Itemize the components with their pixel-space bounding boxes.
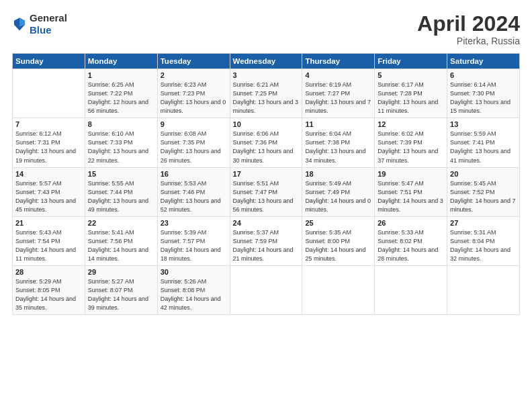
day-cell: 18Sunrise: 5:49 AM Sunset: 7:49 PM Dayli… (302, 167, 375, 216)
day-cell (230, 265, 302, 314)
day-number: 27 (450, 219, 517, 227)
day-info: Sunrise: 6:08 AM Sunset: 7:35 PM Dayligh… (161, 130, 227, 165)
day-cell: 9Sunrise: 6:08 AM Sunset: 7:35 PM Daylig… (157, 118, 230, 167)
day-info: Sunrise: 5:47 AM Sunset: 7:51 PM Dayligh… (378, 179, 444, 214)
day-number: 12 (378, 120, 444, 128)
day-cell: 2Sunrise: 6:23 AM Sunset: 7:23 PM Daylig… (157, 69, 230, 118)
day-cell: 28Sunrise: 5:29 AM Sunset: 8:05 PM Dayli… (13, 265, 85, 314)
day-cell: 1Sunrise: 6:25 AM Sunset: 7:22 PM Daylig… (85, 69, 157, 118)
day-cell: 24Sunrise: 5:37 AM Sunset: 7:59 PM Dayli… (230, 216, 302, 265)
day-cell: 30Sunrise: 5:26 AM Sunset: 8:08 PM Dayli… (157, 265, 230, 314)
day-info: Sunrise: 6:14 AM Sunset: 7:30 PM Dayligh… (450, 81, 517, 116)
day-number: 13 (450, 120, 517, 128)
week-row-5: 28Sunrise: 5:29 AM Sunset: 8:05 PM Dayli… (13, 265, 520, 314)
col-tuesday: Tuesday (157, 54, 230, 69)
day-cell: 19Sunrise: 5:47 AM Sunset: 7:51 PM Dayli… (375, 167, 447, 216)
day-info: Sunrise: 5:55 AM Sunset: 7:44 PM Dayligh… (88, 179, 154, 214)
day-cell: 11Sunrise: 6:04 AM Sunset: 7:38 PM Dayli… (302, 118, 375, 167)
day-cell: 10Sunrise: 6:06 AM Sunset: 7:36 PM Dayli… (230, 118, 302, 167)
week-row-3: 14Sunrise: 5:57 AM Sunset: 7:43 PM Dayli… (13, 167, 520, 216)
logo-icon (12, 17, 27, 32)
day-number: 19 (378, 170, 444, 178)
day-cell: 27Sunrise: 5:31 AM Sunset: 8:04 PM Dayli… (447, 216, 520, 265)
day-number: 3 (233, 71, 300, 79)
day-cell: 17Sunrise: 5:51 AM Sunset: 7:47 PM Dayli… (230, 167, 302, 216)
day-number: 1 (88, 71, 154, 79)
day-info: Sunrise: 5:37 AM Sunset: 7:59 PM Dayligh… (233, 228, 300, 263)
day-cell: 13Sunrise: 5:59 AM Sunset: 7:41 PM Dayli… (447, 118, 520, 167)
logo-blue: Blue (30, 24, 52, 36)
day-number: 10 (233, 120, 300, 128)
day-number: 7 (15, 120, 82, 128)
day-number: 26 (378, 219, 444, 227)
logo-text: General Blue (30, 12, 67, 36)
day-info: Sunrise: 6:02 AM Sunset: 7:39 PM Dayligh… (378, 130, 444, 165)
day-info: Sunrise: 6:17 AM Sunset: 7:28 PM Dayligh… (378, 81, 444, 116)
day-cell: 23Sunrise: 5:39 AM Sunset: 7:57 PM Dayli… (157, 216, 230, 265)
logo-general: General (30, 12, 67, 24)
day-number: 9 (161, 120, 227, 128)
day-info: Sunrise: 5:39 AM Sunset: 7:57 PM Dayligh… (161, 228, 227, 263)
day-info: Sunrise: 5:31 AM Sunset: 8:04 PM Dayligh… (450, 228, 517, 263)
day-cell: 7Sunrise: 6:12 AM Sunset: 7:31 PM Daylig… (13, 118, 85, 167)
day-cell: 6Sunrise: 6:14 AM Sunset: 7:30 PM Daylig… (447, 69, 520, 118)
day-info: Sunrise: 6:21 AM Sunset: 7:25 PM Dayligh… (233, 81, 300, 116)
calendar-table: Sunday Monday Tuesday Wednesday Thursday… (12, 53, 520, 315)
day-info: Sunrise: 5:57 AM Sunset: 7:43 PM Dayligh… (15, 179, 82, 214)
day-cell: 29Sunrise: 5:27 AM Sunset: 8:07 PM Dayli… (85, 265, 157, 314)
title-location: Piterka, Russia (417, 36, 520, 46)
day-cell: 8Sunrise: 6:10 AM Sunset: 7:33 PM Daylig… (85, 118, 157, 167)
day-info: Sunrise: 6:25 AM Sunset: 7:22 PM Dayligh… (88, 81, 154, 116)
day-number: 4 (305, 71, 371, 79)
day-info: Sunrise: 5:49 AM Sunset: 7:49 PM Dayligh… (305, 179, 371, 214)
day-cell (375, 265, 447, 314)
col-saturday: Saturday (447, 54, 520, 69)
day-info: Sunrise: 5:43 AM Sunset: 7:54 PM Dayligh… (15, 228, 82, 263)
day-number: 28 (15, 268, 82, 276)
week-row-2: 7Sunrise: 6:12 AM Sunset: 7:31 PM Daylig… (13, 118, 520, 167)
day-number: 5 (378, 71, 444, 79)
day-cell: 25Sunrise: 5:35 AM Sunset: 8:00 PM Dayli… (302, 216, 375, 265)
day-cell: 15Sunrise: 5:55 AM Sunset: 7:44 PM Dayli… (85, 167, 157, 216)
day-info: Sunrise: 5:45 AM Sunset: 7:52 PM Dayligh… (450, 179, 517, 214)
day-cell: 20Sunrise: 5:45 AM Sunset: 7:52 PM Dayli… (447, 167, 520, 216)
day-info: Sunrise: 5:29 AM Sunset: 8:05 PM Dayligh… (15, 277, 82, 312)
col-thursday: Thursday (302, 54, 375, 69)
day-number: 14 (15, 170, 82, 178)
col-friday: Friday (375, 54, 447, 69)
col-sunday: Sunday (13, 54, 85, 69)
day-info: Sunrise: 5:33 AM Sunset: 8:02 PM Dayligh… (378, 228, 444, 263)
week-row-1: 1Sunrise: 6:25 AM Sunset: 7:22 PM Daylig… (13, 69, 520, 118)
day-info: Sunrise: 6:04 AM Sunset: 7:38 PM Dayligh… (305, 130, 371, 165)
day-number: 21 (15, 219, 82, 227)
header: General Blue April 2024 Piterka, Russia (12, 12, 520, 46)
calendar-header-row: Sunday Monday Tuesday Wednesday Thursday… (13, 54, 520, 69)
day-number: 16 (161, 170, 227, 178)
day-number: 18 (305, 170, 371, 178)
day-number: 22 (88, 219, 154, 227)
day-info: Sunrise: 5:53 AM Sunset: 7:46 PM Dayligh… (161, 179, 227, 214)
day-cell (302, 265, 375, 314)
logo: General Blue (12, 12, 67, 36)
day-cell: 14Sunrise: 5:57 AM Sunset: 7:43 PM Dayli… (13, 167, 85, 216)
day-number: 15 (88, 170, 154, 178)
day-cell: 12Sunrise: 6:02 AM Sunset: 7:39 PM Dayli… (375, 118, 447, 167)
day-cell: 3Sunrise: 6:21 AM Sunset: 7:25 PM Daylig… (230, 69, 302, 118)
day-number: 8 (88, 120, 154, 128)
day-cell: 5Sunrise: 6:17 AM Sunset: 7:28 PM Daylig… (375, 69, 447, 118)
day-info: Sunrise: 6:12 AM Sunset: 7:31 PM Dayligh… (15, 130, 82, 165)
day-info: Sunrise: 5:27 AM Sunset: 8:07 PM Dayligh… (88, 277, 154, 312)
day-cell (447, 265, 520, 314)
day-info: Sunrise: 5:26 AM Sunset: 8:08 PM Dayligh… (161, 277, 227, 312)
day-number: 20 (450, 170, 517, 178)
col-monday: Monday (85, 54, 157, 69)
day-cell: 16Sunrise: 5:53 AM Sunset: 7:46 PM Dayli… (157, 167, 230, 216)
title-month: April 2024 (417, 12, 520, 36)
page: General Blue April 2024 Piterka, Russia … (0, 0, 532, 411)
day-cell: 22Sunrise: 5:41 AM Sunset: 7:56 PM Dayli… (85, 216, 157, 265)
title-block: April 2024 Piterka, Russia (417, 12, 520, 46)
day-number: 11 (305, 120, 371, 128)
day-number: 25 (305, 219, 371, 227)
day-info: Sunrise: 6:10 AM Sunset: 7:33 PM Dayligh… (88, 130, 154, 165)
day-info: Sunrise: 5:35 AM Sunset: 8:00 PM Dayligh… (305, 228, 371, 263)
